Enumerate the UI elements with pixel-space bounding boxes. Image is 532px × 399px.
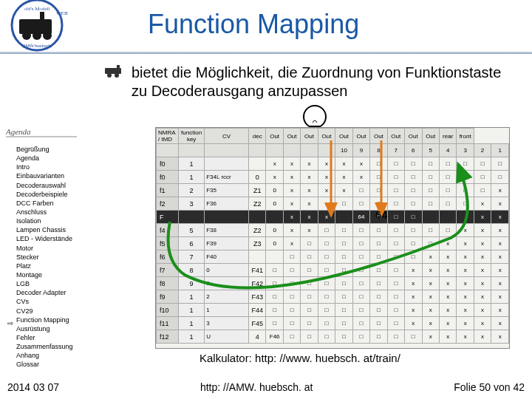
locomotive-icon [103,65,124,78]
page-title: Function Mapping [148,9,359,40]
sidebar-item[interactable]: Stecker [16,253,87,262]
sidebar-item[interactable]: Motor [16,244,87,253]
table-row: f890F42□□□□□□□□xxxxxx [157,277,509,290]
footer-date: 2014 03 07 [7,381,59,393]
sidebar-item[interactable]: Einbauvarianten [16,171,87,180]
bullet-text: bietet die Möglichkeit, die Zuordnung vo… [132,64,517,100]
table-row: f1011F44□□□□□□□□xxxxxx [157,304,509,317]
svg-text:WEB: WEB [56,10,68,16]
svg-text:Agenda: Agenda [6,127,31,136]
sidebar-item[interactable]: Fehler [16,333,87,342]
sidebar-item[interactable]: Platz [16,262,87,270]
sidebar-item[interactable]: Anschluss [16,208,87,216]
table-row: f912F43□□□□□□□□xxxxxx [157,290,509,304]
table-row: f121U4F46□□□□□□□□xxxxx [157,330,509,344]
table-row: Fxxx64□□□xx [157,211,509,224]
svg-rect-10 [117,65,120,69]
table-row: f23F36Z20xxx□□□□□□□□xx [157,197,509,211]
cv-table: NMRA / tMDfunction keyCVdecOutOutOutOutO… [155,127,510,349]
sidebar-item[interactable]: DCC Farben [16,199,87,208]
agenda-sidebar: Agenda BegrüßungAgendaIntroEinbauvariant… [6,126,87,369]
sidebar-item[interactable]: Ausrüstung [16,324,87,333]
svg-point-5 [33,31,41,40]
sidebar-item[interactable]: Zusammenfassung [16,342,87,351]
sidebar-item[interactable]: Glossar [16,360,87,369]
title-underline [0,52,532,54]
sidebar-item[interactable]: Montage [16,270,87,279]
table-row: f01F34L rccr0xxxxxx□□□□□□□□ [157,171,509,184]
sidebar-item[interactable]: Decoder Adapter [16,288,87,297]
table-row: f45F38Z20xx□□□□□□□□xxx [157,224,509,237]
sidebar-item[interactable]: CV29 [16,307,87,316]
sidebar-item[interactable]: Decoderauswahl [16,181,87,190]
table-row: f1113F45□□□□□□□□xxxxxx [157,317,509,330]
svg-text:old's Modell: old's Modell [24,6,50,12]
footer: 2014 03 07 http: //AMW. huebsch. at Foli… [0,381,532,393]
table-row: f01xxxxxx□□□□□□□□ [157,157,509,171]
sidebar-item[interactable]: Agenda [16,154,87,163]
table-row: f67F40□□□□□□□□xxxxx [157,250,509,264]
sidebar-item[interactable]: Function Mapping [16,316,87,324]
svg-text:AMW.huebsch: AMW.huebsch [23,44,52,48]
svg-rect-7 [40,12,44,21]
current-arrow-icon: ⇨ [7,319,13,327]
svg-point-6 [43,31,52,40]
svg-point-12 [115,73,119,78]
footer-url[interactable]: http: //AMW. huebsch. at [59,381,454,393]
main-bullet: bietet die Möglichkeit, die Zuordnung vo… [103,64,517,100]
sidebar-item[interactable]: CVs [16,297,87,306]
sidebar-item[interactable]: Anhang [16,351,87,360]
sidebar-item[interactable]: Begrüßung [16,145,87,154]
sidebar-item[interactable]: Decoderbeispiele [16,190,87,199]
svg-point-4 [22,31,31,40]
sidebar-item[interactable]: Isolation [16,216,87,225]
footer-page: Folie 50 von 42 [454,381,525,393]
table-row: f12F35Z10xxxx□□□□□□□□x [157,184,509,197]
sidebar-item[interactable]: Lampen Chassis [16,225,87,234]
table-row: f780F41□□□□□□□□xxxxxx [157,264,509,277]
svg-point-11 [107,73,112,78]
table-row: f56F39Z30x□□□□□□□□xxxx [157,237,509,250]
sidebar-item[interactable]: LED - Widerstände [16,234,87,243]
calculator-link[interactable]: Kalkulator: http: //www. huebsch. at/tra… [200,352,400,364]
svg-point-13 [304,106,326,128]
sidebar-item[interactable]: Intro [16,163,87,171]
sidebar-item[interactable]: LGB [16,279,87,288]
logo: old's Modell WEB AMW.huebsch [4,0,78,53]
agenda-header-icon: Agenda [6,126,77,137]
annotation-value-64: 64 [375,208,388,221]
